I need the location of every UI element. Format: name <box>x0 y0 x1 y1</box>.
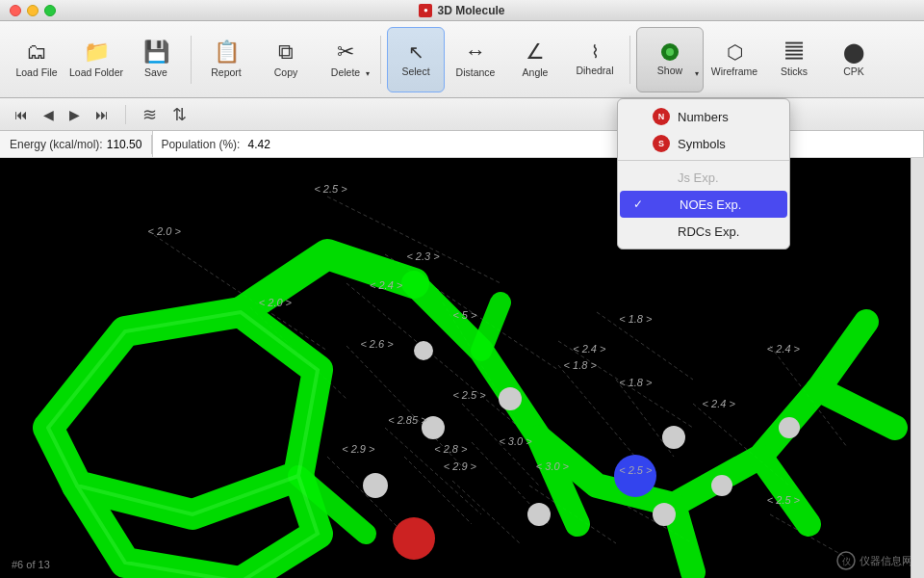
copy-button[interactable]: ⧉ Copy <box>257 27 315 92</box>
noes-exp-icon <box>654 196 672 213</box>
window-title: ● 3D Molecule <box>419 4 504 17</box>
separator-2 <box>380 36 381 84</box>
distance-label: < 2.5 > <box>452 389 485 401</box>
distance-icon: ↔ <box>465 41 486 63</box>
app-icon: ● <box>419 4 432 17</box>
dihedral-button[interactable]: ⌇ Dihedral <box>566 27 624 92</box>
dihedral-label: Dihedral <box>576 65 613 76</box>
sort-button[interactable]: ≋ <box>138 102 162 127</box>
svg-point-38 <box>779 417 800 438</box>
load-folder-icon: 📁 <box>84 41 110 63</box>
toolbar: 🗂 Load File 📁 Load Folder 💾 Save 📋 Repor… <box>0 21 924 98</box>
symbols-icon: S <box>653 135 670 152</box>
distance-label: < 2.0 > <box>148 225 181 237</box>
distance-label: < 5 > <box>452 309 476 321</box>
show-icon <box>661 43 679 61</box>
scrollbar[interactable] <box>911 158 924 578</box>
last-button[interactable]: ⏭ <box>90 105 114 124</box>
svg-point-31 <box>363 473 388 498</box>
copy-icon: ⧉ <box>278 41 294 63</box>
maximize-button[interactable] <box>44 5 56 16</box>
menu-item-symbols[interactable]: S Symbols <box>618 130 789 157</box>
menu-item-js-exp: Js Exp. <box>618 164 789 191</box>
distance-label: < 2.4 > <box>573 343 605 355</box>
save-label: Save <box>144 66 167 78</box>
minimize-button[interactable] <box>27 5 38 16</box>
sticks-icon: 𝍤 <box>784 42 804 62</box>
delete-dropdown-arrow: ▾ <box>366 69 370 78</box>
copy-label: Copy <box>274 66 298 78</box>
load-folder-label: Load Folder <box>69 66 123 78</box>
population-label: Population (%): <box>161 138 240 151</box>
watermark-icon: 仪 <box>836 551 856 570</box>
show-dropdown-arrow: ▾ <box>695 69 699 78</box>
menu-item-rdcs-exp[interactable]: RDCs Exp. <box>618 218 789 245</box>
svg-point-33 <box>499 387 522 410</box>
wireframe-label: Wireframe <box>711 66 757 77</box>
title-bar: ● 3D Molecule <box>0 0 924 21</box>
svg-text:仪: 仪 <box>842 557 851 566</box>
arrows-button[interactable]: ⇅ <box>167 102 192 127</box>
load-file-icon: 🗂 <box>26 41 47 63</box>
svg-point-35 <box>662 426 685 449</box>
sticks-button[interactable]: 𝍤 Sticks <box>765 27 823 92</box>
separator-1 <box>191 36 192 84</box>
delete-button[interactable]: ✂ Delete ▾ <box>317 27 374 92</box>
distance-label: < 2.3 > <box>406 250 439 262</box>
population-field: Population (%): 4.42 <box>152 131 924 157</box>
menu-item-numbers[interactable]: N Numbers <box>618 103 789 130</box>
distance-label: < 2.9 > <box>342 443 374 455</box>
select-icon: ↖ <box>408 42 424 62</box>
svg-point-39 <box>414 341 433 360</box>
dihedral-icon: ⌇ <box>591 43 600 61</box>
select-label: Select <box>401 66 429 77</box>
distance-label: < 2.5 > <box>314 183 346 195</box>
energy-label: Energy (kcal/mol): <box>10 138 103 151</box>
rdcs-exp-label: RDCs Exp. <box>678 224 739 239</box>
frame-counter: #6 of 13 <box>12 559 50 570</box>
close-button[interactable] <box>10 5 21 16</box>
js-exp-icon <box>653 169 670 186</box>
distance-label: < 2.6 > <box>360 338 393 350</box>
report-label: Report <box>211 66 242 78</box>
delete-icon: ✂ <box>337 41 354 63</box>
cpk-button[interactable]: ⬤ CPK <box>825 27 883 92</box>
svg-point-36 <box>653 503 676 526</box>
save-icon: 💾 <box>143 41 169 63</box>
load-file-button[interactable]: 🗂 Load File <box>8 27 65 92</box>
distance-button[interactable]: ↔ Distance <box>447 27 504 92</box>
show-button[interactable]: Show ▾ <box>636 27 704 92</box>
prev-button[interactable]: ◀ <box>38 105 59 124</box>
first-button[interactable]: ⏮ <box>10 105 33 124</box>
svg-point-37 <box>711 475 732 496</box>
svg-point-30 <box>393 517 435 560</box>
play-button[interactable]: ▶ <box>64 105 85 124</box>
watermark: 仪 仪器信息网 <box>836 551 912 570</box>
distance-label: < 1.8 > <box>619 377 652 388</box>
distance-label: < 2.4 > <box>370 279 402 291</box>
wireframe-icon: ⬡ <box>727 42 743 62</box>
numbers-icon: N <box>653 108 670 125</box>
angle-button[interactable]: ∠ Angle <box>506 27 564 92</box>
angle-label: Angle <box>523 66 549 78</box>
distance-label: < 2.0 > <box>259 297 292 308</box>
show-dropdown-menu: N Numbers S Symbols Js Exp. ✓ NOEs Exp. … <box>617 98 790 250</box>
energy-field: Energy (kcal/mol): 110.50 <box>0 131 151 157</box>
menu-item-noes-exp[interactable]: ✓ NOEs Exp. <box>620 191 787 218</box>
svg-line-23 <box>674 505 693 572</box>
distance-label: < 2.8 > <box>434 443 467 455</box>
noes-check: ✓ <box>633 197 647 211</box>
sticks-label: Sticks <box>781 66 808 77</box>
select-button[interactable]: ↖ Select <box>387 27 445 92</box>
report-button[interactable]: 📋 Report <box>197 27 255 92</box>
load-file-label: Load File <box>15 66 57 78</box>
save-button[interactable]: 💾 Save <box>127 27 185 92</box>
js-exp-label: Js Exp. <box>678 171 719 185</box>
svg-line-28 <box>481 302 500 351</box>
load-folder-button[interactable]: 📁 Load Folder <box>67 27 125 92</box>
numbers-label: Numbers <box>678 110 729 124</box>
menu-divider <box>618 160 789 161</box>
wireframe-button[interactable]: ⬡ Wireframe <box>706 27 763 92</box>
energy-value: 110.50 <box>107 138 142 151</box>
distance-label: < 2.5 > <box>767 494 800 506</box>
